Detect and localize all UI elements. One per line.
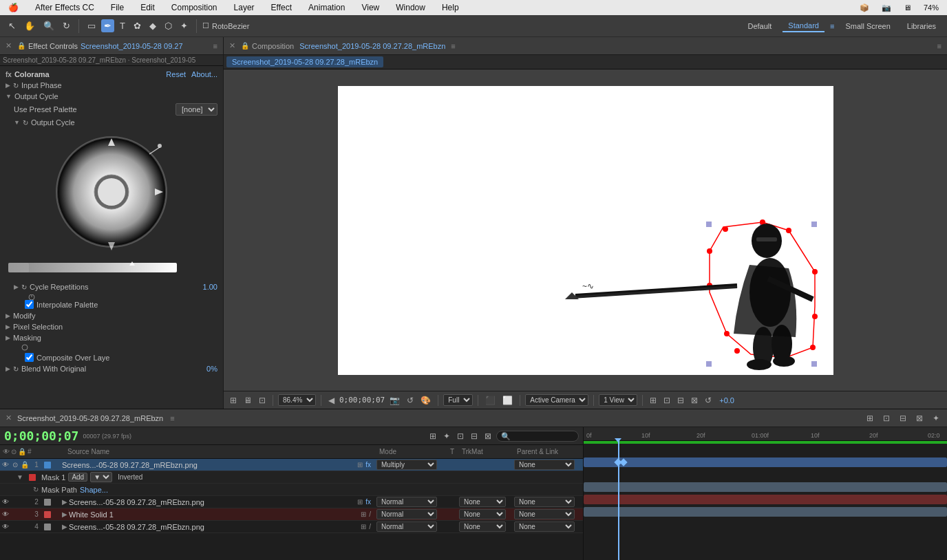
view-select[interactable]: 1 View (599, 394, 637, 406)
apple-menu[interactable]: 🍎 (6, 2, 21, 13)
layer-1-parent-select[interactable]: None (514, 460, 575, 470)
output-cycle-sub[interactable]: ▼ ↻ Output Cycle (3, 117, 220, 128)
layer-3-mode-select[interactable]: Normal (376, 509, 437, 519)
comp-tb-snapshot[interactable]: 📷 (387, 395, 402, 406)
about-button[interactable]: About... (191, 70, 217, 78)
tl-hdr-btn4[interactable]: ⊠ (914, 413, 925, 424)
interpolate-checkbox[interactable] (25, 300, 34, 309)
comp-menu-icon[interactable]: ≡ (451, 42, 455, 50)
playhead[interactable] (618, 441, 619, 560)
layer-1-eye[interactable]: 👁 (1, 461, 10, 469)
layer-2-parent-select[interactable]: None (514, 497, 575, 507)
layer-4-mode-select[interactable]: Normal (376, 521, 437, 532)
comp-tb-overlay[interactable]: ⊡ (257, 395, 268, 406)
workspace-smallscreen[interactable]: Small Screen (840, 21, 895, 32)
menu-layer[interactable]: Layer (231, 2, 257, 13)
panel-close-icon[interactable]: ✕ (6, 41, 12, 50)
blend-value[interactable]: 0% (206, 365, 217, 373)
reset-button[interactable]: Reset (166, 70, 186, 78)
layer-1-mode-select[interactable]: Multiply (376, 460, 437, 470)
menu-composition[interactable]: Composition (169, 2, 220, 13)
tool-zoom[interactable]: 🔍 (41, 19, 57, 32)
layer-4-parent-select[interactable]: None (514, 521, 575, 532)
menu-view[interactable]: View (359, 2, 382, 13)
tool-rotate[interactable]: ↻ (60, 19, 73, 32)
input-phase-section[interactable]: ▶ ↻ Input Phase (3, 80, 220, 91)
menu-effect[interactable]: Effect (268, 2, 295, 13)
layer-3-parent-select[interactable]: None (514, 509, 575, 519)
comp-viewport[interactable]: ~∿ (224, 69, 947, 391)
comp-panel-menu[interactable]: ≡ (937, 42, 941, 50)
tool-eraser[interactable]: ◆ (147, 19, 159, 32)
menu-animation[interactable]: Animation (306, 2, 348, 13)
timeline-close-icon[interactable]: ✕ (6, 413, 12, 422)
comp-tb-prev-frame[interactable]: ◀ (326, 395, 337, 406)
comp-tb-layout4[interactable]: ⊠ (689, 395, 700, 406)
layer-2-trkmat-select[interactable]: None (459, 497, 506, 507)
tl-ctrl-5[interactable]: ⊠ (482, 431, 493, 442)
timeline-menu-icon[interactable]: ≡ (170, 414, 174, 422)
composite-checkbox[interactable] (25, 353, 34, 362)
comp-tb-color[interactable]: 🎨 (418, 395, 433, 406)
mask-add-dropdown[interactable]: ▼ (90, 472, 112, 482)
tl-ctrl-3[interactable]: ⊡ (455, 431, 466, 442)
cycle-rep-value[interactable]: 1.00 (203, 283, 217, 291)
comp-tb-layout3[interactable]: ⊟ (675, 395, 686, 406)
layer-3-expand[interactable]: ▶ (62, 510, 67, 518)
tl-hdr-btn1[interactable]: ⊞ (864, 413, 875, 424)
workspace-expand-icon[interactable]: ≡ (830, 22, 834, 30)
comp-tb-layout5[interactable]: ↺ (703, 395, 714, 406)
zoom-select[interactable]: 86.4% (278, 394, 316, 406)
tool-puppet[interactable]: ✦ (178, 19, 191, 32)
quality-select[interactable]: Full (443, 394, 473, 406)
tl-hdr-btn2[interactable]: ⊡ (881, 413, 892, 424)
mask-add-button[interactable]: Add (68, 473, 87, 482)
pixel-selection-section[interactable]: ▶ Pixel Selection (3, 321, 220, 332)
workspace-standard[interactable]: Standard (783, 20, 824, 32)
comp-tb-layout1[interactable]: ⊞ (648, 395, 659, 406)
tool-pen[interactable]: ✒ (101, 19, 114, 32)
tl-ctrl-2[interactable]: ✦ (441, 431, 452, 442)
comp-tb-display[interactable]: 🖥 (242, 395, 254, 406)
tool-clone[interactable]: ✿ (131, 19, 144, 32)
preset-palette-select[interactable]: [none] (175, 103, 217, 116)
mask-path-value[interactable]: Shape... (80, 486, 108, 494)
layer-1-lock[interactable]: 🔒 (21, 461, 29, 469)
tl-ctrl-4[interactable]: ⊟ (469, 431, 480, 442)
tl-hdr-btn3[interactable]: ⊟ (897, 413, 908, 424)
camera-select[interactable]: Active Camera (525, 394, 588, 406)
menu-edit[interactable]: Edit (138, 2, 158, 13)
comp-tb-layout2[interactable]: ⊡ (661, 395, 672, 406)
workspace-libraries[interactable]: Libraries (902, 21, 941, 32)
modify-section[interactable]: ▶ Modify (3, 310, 220, 321)
panel-menu-icon[interactable]: ≡ (213, 42, 217, 50)
masking-section[interactable]: ▶ Masking (3, 332, 220, 343)
layer-3-eye[interactable]: 👁 (1, 510, 10, 518)
layer-3-trkmat-select[interactable]: None (459, 509, 506, 519)
tl-ctrl-1[interactable]: ⊞ (427, 431, 438, 442)
layer-4-trkmat-select[interactable]: None (459, 521, 506, 532)
tool-shape-rect[interactable]: ▭ (85, 19, 98, 32)
comp-tb-grid[interactable]: ⊞ (228, 395, 239, 406)
tool-roto[interactable]: ⬡ (162, 19, 175, 32)
tl-hdr-btn5[interactable]: ✦ (930, 413, 941, 424)
output-cycle-section[interactable]: ▼ Output Cycle (3, 91, 220, 102)
timeline-search[interactable] (496, 431, 579, 442)
layer-2-mode-select[interactable]: Normal (376, 497, 437, 507)
layer-1-solo[interactable]: ⊙ (11, 461, 19, 469)
layer-2-eye[interactable]: 👁 (1, 498, 10, 506)
layer-4-eye[interactable]: 👁 (1, 523, 10, 530)
tool-hand[interactable]: ✋ (21, 19, 38, 32)
menu-help[interactable]: Help (439, 2, 462, 13)
comp-close-icon[interactable]: ✕ (229, 41, 235, 50)
layer-4-expand[interactable]: ▶ (62, 523, 67, 530)
menu-aftereffects[interactable]: After Effects CC (32, 2, 97, 13)
tool-text[interactable]: T (117, 19, 128, 32)
blend-section[interactable]: ▶ ↻ Blend With Original 0% (3, 363, 220, 374)
comp-tab[interactable]: Screenshot_2019-05-28 09.27.28_mREbzn (226, 56, 383, 67)
layer-row-4[interactable]: 👁 4 ▶ Screens...-05-28 09.27.28_mREbzn.p… (0, 521, 583, 533)
workspace-default[interactable]: Default (742, 21, 777, 32)
layer-row-2[interactable]: 👁 2 ▶ Screens...-05-28 09.27.28_mREbzn.p… (0, 496, 583, 508)
menu-file[interactable]: File (108, 2, 127, 13)
layer-2-expand[interactable]: ▶ (62, 498, 67, 506)
